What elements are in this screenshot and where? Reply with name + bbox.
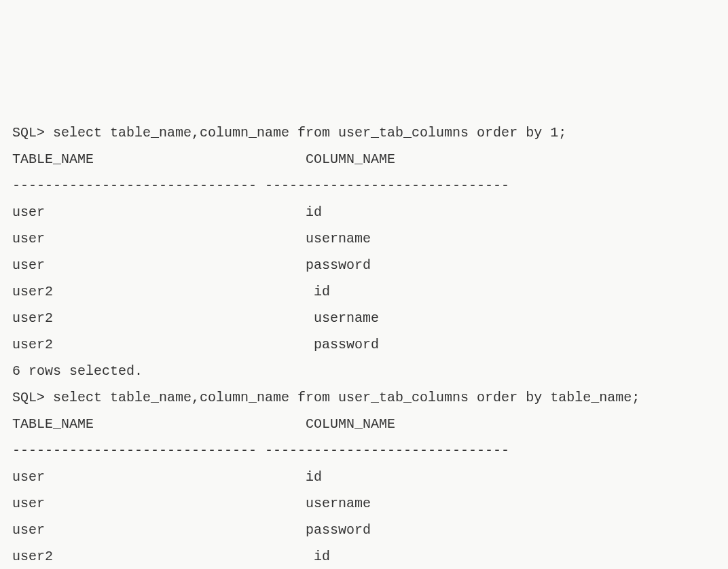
result-header-row: TABLE_NAMECOLUMN_NAME	[12, 411, 716, 437]
sql-command-line[interactable]: SQL> select table_name,column_name from …	[12, 120, 716, 146]
header-table-name: TABLE_NAME	[12, 146, 306, 172]
cell-column-name: password	[306, 331, 379, 358]
cell-column-name: password	[306, 252, 371, 278]
cell-column-name: password	[306, 517, 371, 543]
cell-column-name: id	[306, 278, 330, 305]
sql-prompt: SQL>	[12, 125, 53, 141]
cell-table-name: user	[12, 464, 306, 490]
sql-terminal[interactable]: SQL> select table_name,column_name from …	[12, 120, 716, 569]
cell-column-name: id	[306, 543, 330, 569]
sql-command: select table_name,column_name from user_…	[53, 125, 566, 141]
cell-table-name: user	[12, 490, 306, 517]
header-column-name: COLUMN_NAME	[306, 146, 395, 172]
result-data-row: userid	[12, 199, 716, 225]
header-column-name: COLUMN_NAME	[306, 411, 395, 437]
header-table-name: TABLE_NAME	[12, 411, 306, 437]
cell-column-name: username	[306, 490, 371, 517]
separator-col2: ------------------------------	[265, 443, 509, 458]
result-data-row: user2password	[12, 331, 716, 358]
result-header-row: TABLE_NAMECOLUMN_NAME	[12, 146, 716, 172]
cell-table-name: user2	[12, 278, 306, 305]
cell-table-name: user	[12, 225, 306, 252]
cell-column-name: username	[306, 225, 371, 252]
separator-col1: ------------------------------	[12, 178, 265, 194]
cell-column-name: username	[306, 305, 379, 331]
result-data-row: userpassword	[12, 517, 716, 543]
separator-col1: ------------------------------	[12, 443, 265, 458]
cell-table-name: user	[12, 517, 306, 543]
cell-table-name: user	[12, 199, 306, 225]
cell-table-name: user2	[12, 331, 306, 358]
result-data-row: user2username	[12, 305, 716, 331]
cell-table-name: user2	[12, 543, 306, 569]
sql-prompt: SQL>	[12, 390, 53, 405]
result-data-row: userid	[12, 464, 716, 490]
result-data-row: user2id	[12, 543, 716, 569]
result-data-row: userpassword	[12, 252, 716, 278]
result-data-row: user2id	[12, 278, 716, 305]
cell-table-name: user	[12, 252, 306, 278]
result-separator-row: ------------------------------ ---------…	[12, 437, 716, 464]
result-footer: 6 rows selected.	[12, 358, 716, 384]
cell-column-name: id	[306, 199, 322, 225]
sql-command-line[interactable]: SQL> select table_name,column_name from …	[12, 384, 716, 411]
result-separator-row: ------------------------------ ---------…	[12, 172, 716, 199]
result-data-row: userusername	[12, 490, 716, 517]
cell-table-name: user2	[12, 305, 306, 331]
sql-command: select table_name,column_name from user_…	[53, 390, 640, 405]
separator-col2: ------------------------------	[265, 178, 509, 194]
result-data-row: userusername	[12, 225, 716, 252]
cell-column-name: id	[306, 464, 322, 490]
